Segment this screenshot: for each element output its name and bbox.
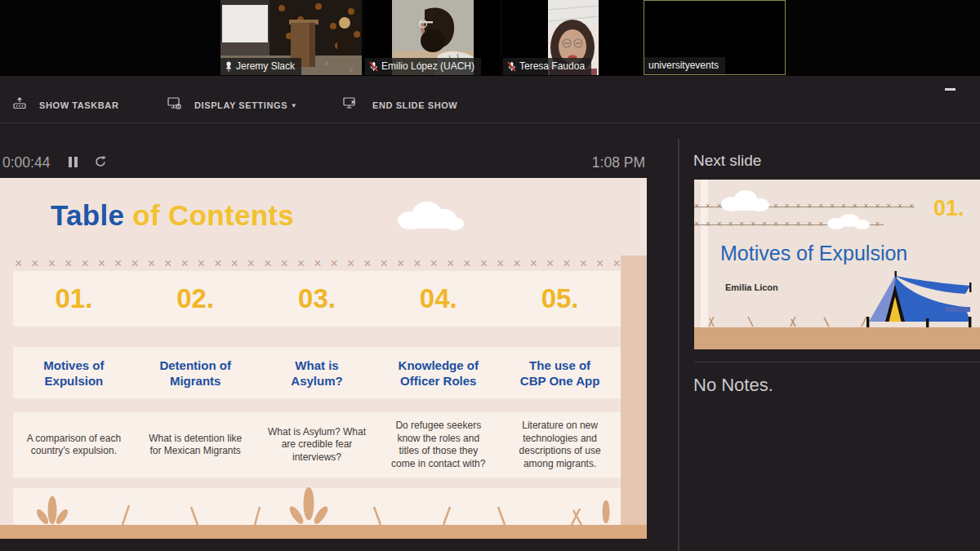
next-slide-number: 01. <box>933 196 964 221</box>
toc-number: 05. <box>541 283 579 314</box>
participant-name: Jeremy Slack <box>236 60 295 73</box>
slide-timer: 0:00:44 <box>2 154 50 171</box>
slide-title: Table of Contents <box>51 199 294 232</box>
end-slide-show-icon <box>343 97 358 113</box>
mic-off-icon <box>369 61 378 72</box>
current-time: 1:08 PM <box>572 154 645 171</box>
toc-descriptions-row: A comparison of each country’s expulsion… <box>13 412 621 478</box>
notes-panel: No Notes. <box>693 375 773 396</box>
toc-headings-row: Motives of Expulsion Detention of Migran… <box>13 347 621 398</box>
video-tile-universityevents[interactable]: universityevents <box>644 0 786 75</box>
ground-illustration <box>0 525 647 539</box>
toc-heading: Motives of Expulsion <box>32 358 115 389</box>
toc-description: What is detention like for Mexican Migra… <box>143 433 247 458</box>
cloud-illustration <box>825 212 872 230</box>
toc-description: A comparison of each country’s expulsion… <box>21 433 126 458</box>
participant-name: universityevents <box>648 59 719 72</box>
show-taskbar-button[interactable]: SHOW TASKBAR <box>39 100 118 110</box>
pane-divider[interactable] <box>678 139 679 551</box>
next-slide-label: Next slide <box>693 152 761 170</box>
toc-description: Do refugee seekers know the roles and ti… <box>386 420 491 470</box>
video-strip: Jeremy Slack Emilio López (UACH) <box>0 0 980 76</box>
toc-number: 04. <box>420 283 457 314</box>
show-taskbar-icon <box>13 97 26 113</box>
stitch-border: ×××××××××××××××××××××××××××××××××××××××× <box>15 256 621 272</box>
restart-timer-button[interactable] <box>94 155 107 168</box>
ground-illustration <box>694 327 980 349</box>
slide-title-primary: Table <box>51 199 124 231</box>
main-slide[interactable]: Table of Contents ××××××××××××××××××××××… <box>0 178 647 539</box>
pin-icon <box>225 61 233 72</box>
toc-heading: Detention of Migrants <box>154 358 237 389</box>
participant-name-label: Teresa Faudoa <box>503 58 591 75</box>
grass-sprigs-illustration <box>694 309 870 328</box>
participant-name: Emilio López (UACH) <box>381 60 474 73</box>
slide-title-secondary: of Contents <box>124 199 294 231</box>
toolbar-divider <box>0 122 980 123</box>
tent-illustration <box>856 271 980 328</box>
toc-description: What is Asylum? What are credible fear i… <box>265 426 369 464</box>
participant-name: Teresa Faudoa <box>519 60 585 73</box>
next-slide-author: Emilia Licon <box>725 282 778 292</box>
participant-name-label: Emilio López (UACH) <box>365 58 481 75</box>
plants-illustration <box>0 487 647 525</box>
restart-icon <box>94 155 107 168</box>
frame-right-column <box>621 256 647 525</box>
toc-heading: Knowledge of Officer Roles <box>397 358 480 389</box>
minimize-button[interactable] <box>943 84 958 94</box>
cloud-illustration <box>394 198 466 232</box>
video-tile-jeremy-slack[interactable]: Jeremy Slack <box>220 0 362 75</box>
toc-number: 03. <box>298 283 336 314</box>
toc-heading: The use of CBP One App <box>519 358 602 389</box>
participant-name-label: Jeremy Slack <box>220 58 301 75</box>
toc-numbers-row: 01. 02. 03. 04. 05. <box>13 271 621 327</box>
display-settings-icon <box>167 97 182 113</box>
pause-timer-button[interactable] <box>68 157 79 168</box>
caret-down-icon: ▼ <box>291 102 298 109</box>
toc-number: 01. <box>55 283 92 314</box>
toc-heading: What is Asylum? <box>275 358 359 389</box>
end-slide-show-button[interactable]: END SLIDE SHOW <box>372 100 457 110</box>
video-tile-teresa-faudoa[interactable]: Teresa Faudoa <box>503 0 639 75</box>
participant-name-label: universityevents <box>644 57 725 74</box>
display-settings-label: DISPLAY SETTINGS <box>194 100 287 110</box>
toc-description: Literature on new technologies and descr… <box>508 420 612 470</box>
next-slide-title: Motives of Expulsion <box>720 242 907 265</box>
video-tile-emilio-lopez[interactable]: Emilio López (UACH) <box>365 0 500 75</box>
cloud-illustration <box>719 188 773 214</box>
mic-off-icon <box>507 61 516 72</box>
display-settings-button[interactable]: DISPLAY SETTINGS ▼ <box>194 100 297 110</box>
notes-divider <box>694 362 980 362</box>
toc-number: 02. <box>176 283 214 314</box>
next-slide-preview[interactable]: ×××××××××××××××××××× ××××××××××××××××× 0… <box>694 180 980 349</box>
